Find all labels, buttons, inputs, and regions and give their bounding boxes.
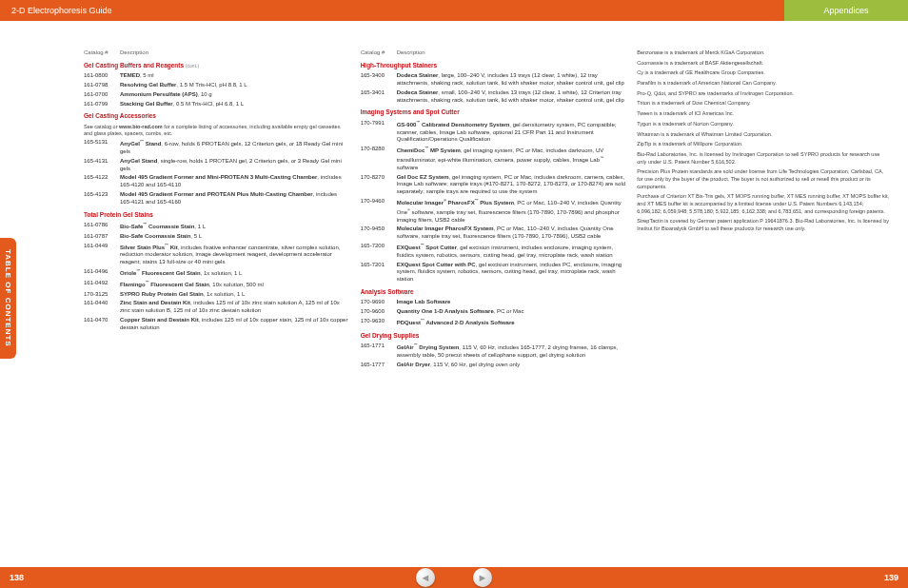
note-text: See catalog or www.bio-rad.com for a com… [84, 124, 349, 137]
catalog-number: 161-0800 [84, 72, 120, 80]
item-description: Dodeca Stainer, large, 100–240 V, includ… [397, 72, 626, 88]
section-heading: Analysis Software [361, 288, 626, 296]
item-description: Molecular Imager PharosFX System, PC or … [397, 225, 626, 241]
item-description: EXQuest™ Spot Cutter, gel excision instr… [397, 243, 626, 260]
catalog-number: 165-7201 [361, 262, 397, 284]
trademark-text: ZipTip is a trademark of Millipore Corpo… [637, 141, 889, 148]
header: 2-D Electrophoresis Guide Appendices [0, 0, 908, 21]
catalog-row: 161-0799Stacking Gel Buffer, 0.5 M Tris-… [84, 101, 349, 108]
item-description: Model 495 Gradient Former and PROTEAN Pl… [120, 191, 349, 206]
item-description: Gel Doc EZ System, gel imaging system, P… [397, 174, 626, 196]
section-heading: Gel Casting Buffers and Reagents (cont.) [84, 62, 349, 69]
catalog-number: 170-7991 [361, 120, 397, 144]
item-description: Copper Stain and Destain Kit, includes 1… [120, 317, 349, 332]
column-3: Benzonase is a trademark of Merck KGaA C… [637, 49, 889, 371]
trademark-text: Cy is a trademark of GE Healthcare Group… [637, 69, 889, 77]
catalog-number: 161-0799 [84, 101, 120, 108]
page-number-right: 139 [884, 573, 898, 582]
item-description: Quantity One 1-D Analysis Software, PC o… [397, 308, 626, 316]
page-number-left: 138 [10, 573, 24, 582]
catalog-row: 165-4122Model 495 Gradient Former and Mi… [84, 174, 349, 189]
item-description: Silver Stain Plus™ Kit, includes fixativ… [120, 243, 349, 266]
item-description: GelAir™ Drying System, 115 V, 60 Hz, inc… [397, 343, 626, 360]
content: Catalog #Description Gel Casting Buffers… [0, 21, 908, 371]
column-2: Catalog #Description High-Throughput Sta… [361, 49, 626, 371]
trademark-text: Whatman is a trademark of Whatman Limite… [637, 131, 889, 139]
catalog-number: 170-9690 [361, 299, 397, 306]
catalog-row: 170-9690Image Lab Software [361, 299, 626, 306]
col-header: Catalog #Description [361, 49, 626, 57]
catalog-number: 161-0700 [84, 91, 120, 99]
catalog-number: 165-5131 [84, 139, 120, 156]
catalog-number: 170-9630 [361, 318, 397, 327]
section-heading: Total Protein Gel Stains [84, 211, 349, 219]
trademark-text: Precision Plus Protein standards are sol… [637, 168, 889, 190]
trademark-text: Tween is a trademark of ICI Americas Inc… [637, 110, 889, 118]
catalog-row: 170-8270Gel Doc EZ System, gel imaging s… [361, 174, 626, 196]
item-description: Zinc Stain and Destain Kit, includes 125… [120, 300, 349, 315]
trademark-text: Triton is a trademark of Dow Chemical Co… [637, 100, 889, 108]
catalog-row: 161-0440Zinc Stain and Destain Kit, incl… [84, 300, 349, 315]
catalog-number: 165-1777 [361, 362, 397, 369]
catalog-number: 170-9450 [361, 225, 397, 241]
catalog-number: 161-0798 [84, 82, 120, 89]
catalog-number: 161-0496 [84, 268, 120, 278]
item-description: GS-900™ Calibrated Densitometry System, … [397, 120, 626, 144]
section-heading: Imaging Systems and Spot Cutter [361, 108, 626, 116]
catalog-number: 161-0492 [84, 280, 120, 289]
catalog-number: 161-0470 [84, 317, 120, 332]
catalog-row: 165-3401Dodeca Stainer, small, 100–240 V… [361, 89, 626, 105]
catalog-row: 170-9450Molecular Imager PharosFX System… [361, 225, 626, 241]
catalog-row: 165-7200EXQuest™ Spot Cutter, gel excisi… [361, 243, 626, 260]
catalog-row: 170-9630PDQuest™ Advanced 2-D Analysis S… [361, 318, 626, 327]
section-heading: Gel Drying Supplies [361, 332, 626, 340]
prev-button[interactable]: ◄ [416, 568, 435, 587]
catalog-number: 161-0440 [84, 300, 120, 315]
item-description: Ammonium Persulfate (APS), 10 g [120, 91, 349, 99]
header-section: Appendices [784, 0, 908, 21]
catalog-number: 161-0786 [84, 222, 120, 231]
item-description: AnyGel Stand, single-row, holds 1 PROTEA… [120, 158, 349, 173]
catalog-number: 170-3125 [84, 291, 120, 299]
item-description: Resolving Gel Buffer, 1.5 M Tris-HCl, pH… [120, 82, 349, 89]
catalog-number: 170-9600 [361, 308, 397, 316]
catalog-row: 170-3125SYPRO Ruby Protein Gel Stain, 1x… [84, 291, 349, 299]
catalog-row: 161-0798Resolving Gel Buffer, 1.5 M Tris… [84, 82, 349, 89]
trademark-text: Coomassie is a trademark of BASF Aktieng… [637, 60, 889, 68]
catalog-row: 161-0786Bio-Safe™ Coomassie Stain, 1 L [84, 222, 349, 231]
catalog-row: 165-5131AnyGel™ Stand, 6-row, holds 6 PR… [84, 139, 349, 156]
catalog-row: 161-0787Bio-Safe Coomassie Stain, 5 L [84, 233, 349, 241]
item-description: Bio-Safe™ Coomassie Stain, 1 L [120, 222, 349, 231]
trademark-text: Benzonase is a trademark of Merck KGaA C… [637, 49, 889, 57]
catalog-number: 165-1771 [361, 343, 397, 360]
catalog-row: 161-0496Oriole™ Fluorescent Gel Stain, 1… [84, 268, 349, 278]
item-description: Model 495 Gradient Former and Mini-PROTE… [120, 174, 349, 189]
catalog-row: 165-4131AnyGel Stand, single-row, holds … [84, 158, 349, 173]
catalog-number: 170-8280 [361, 146, 397, 171]
catalog-row: 161-0800TEMED, 5 ml [84, 72, 349, 80]
catalog-row: 161-0700Ammonium Persulfate (APS), 10 g [84, 91, 349, 99]
toc-tab[interactable]: TABLE OF CONTENTS [0, 238, 16, 359]
catalog-row: 170-7991GS-900™ Calibrated Densitometry … [361, 120, 626, 144]
catalog-row: 161-0492Flamingo™ Fluorescent Gel Stain,… [84, 280, 349, 289]
item-description: Flamingo™ Fluorescent Gel Stain, 10x sol… [120, 280, 349, 289]
catalog-row: 165-1771GelAir™ Drying System, 115 V, 60… [361, 343, 626, 360]
catalog-number: 165-7200 [361, 243, 397, 260]
item-description: Stacking Gel Buffer, 0.5 M Tris-HCl, pH … [120, 101, 349, 108]
header-title: 2-D Electrophoresis Guide [0, 0, 784, 21]
catalog-row: 170-9460Molecular Imager® PharosFX™ Plus… [361, 198, 626, 224]
item-description: Dodeca Stainer, small, 100–240 V, includ… [397, 89, 626, 105]
trademark-text: StrepTactin is covered by German patent … [637, 218, 889, 232]
next-button[interactable]: ► [473, 568, 492, 587]
catalog-row: 165-1777GelAir Dryer, 115 V, 60 Hz, gel … [361, 362, 626, 369]
item-description: Molecular Imager® PharosFX™ Plus System,… [397, 198, 626, 224]
col-header: Catalog #Description [84, 49, 349, 57]
catalog-row: 165-7201EXQuest Spot Cutter with PC, gel… [361, 262, 626, 284]
trademark-text: Bio-Rad Laboratories, Inc. is licensed b… [637, 151, 889, 166]
trademark-text: Parafilm is a trademark of American Nati… [637, 80, 889, 88]
section-heading: Gel Casting Accessories [84, 112, 349, 120]
catalog-row: 170-9600Quantity One 1-D Analysis Softwa… [361, 308, 626, 316]
catalog-number: 161-0449 [84, 243, 120, 266]
column-1: Catalog #Description Gel Casting Buffers… [84, 49, 349, 371]
catalog-row: 165-3400Dodeca Stainer, large, 100–240 V… [361, 72, 626, 88]
